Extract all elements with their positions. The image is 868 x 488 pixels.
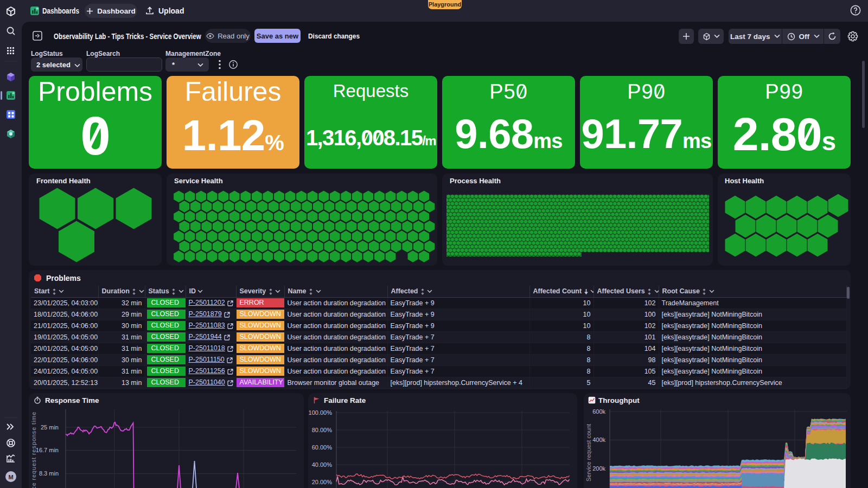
svg-text:M: M xyxy=(8,474,13,480)
